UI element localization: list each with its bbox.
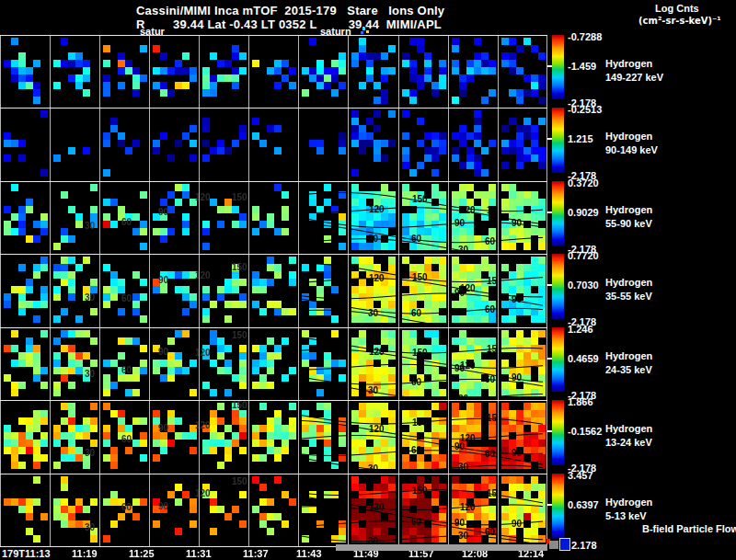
energy-range-label: 90-149 keV	[605, 145, 658, 155]
colorbar-max-label: 1.246	[568, 325, 593, 335]
blue-end-marker	[559, 538, 570, 551]
time-tick-label: 11:19	[72, 549, 98, 559]
colorbar-mid-label: 1.215	[568, 134, 593, 144]
colorbar-row-3	[552, 181, 564, 246]
species-label: Hydrogen	[605, 131, 652, 142]
species-label: Hydrogen	[605, 497, 652, 508]
colorbar-mid-label: 0.7030	[568, 280, 599, 291]
colorbar-max-label: -0.2513	[568, 105, 602, 115]
colorbar-mid-label: -1.459	[568, 62, 596, 72]
colorbar-row-5	[552, 327, 564, 392]
species-label: Hydrogen	[605, 278, 652, 288]
colorbar-mid-tick	[547, 65, 552, 67]
colorbar-max-label: 0.3720	[568, 178, 599, 189]
species-label: Hydrogen	[605, 424, 652, 434]
saturn-pixel-marker	[366, 30, 369, 33]
species-label: Hydrogen	[605, 205, 652, 215]
bottom-gray-bar	[336, 544, 547, 551]
colorbar-units-title: Log Cnts	[655, 4, 699, 14]
colorbar-min-label: 2.178	[571, 541, 597, 551]
instrument-display: Cassini/MIMI Inca mTOF 2015-179 Stare Io…	[0, 0, 736, 560]
species-label: Hydrogen	[605, 59, 652, 69]
colorbar-max-label: 1.866	[568, 397, 593, 407]
colorbar-mid-tick	[547, 211, 552, 213]
colorbar-mid-label: 0.4659	[568, 354, 599, 364]
colorbar-max-label: -0.7288	[568, 32, 602, 42]
energy-range-label: 35-55 keV	[605, 291, 652, 302]
species-label: Hydrogen	[605, 351, 652, 361]
colorbar-row-4	[552, 254, 564, 319]
colorbar-mid-label: 0.9029	[568, 208, 599, 218]
colorbar-max-label: 3.457	[568, 471, 593, 481]
time-tick-label: 11:37	[243, 549, 269, 559]
colorbar-mid-tick	[547, 430, 552, 432]
energy-range-label: 55-90 keV	[605, 219, 652, 229]
time-tick-label: 11:25	[129, 549, 155, 559]
colorbar-mid-tick	[547, 358, 552, 360]
saturn-pixel-marker	[362, 28, 365, 30]
energy-range-label: 24-35 keV	[605, 365, 652, 375]
gray-end-marker	[549, 541, 558, 549]
time-tick-label: 11:43	[296, 549, 322, 559]
colorbar-mid-tick	[547, 504, 552, 506]
time-tick-label: 179T11:13	[2, 549, 51, 559]
colorbar-row-2	[552, 108, 564, 173]
saturn-pixel-marker	[361, 31, 363, 34]
energy-range-label: 5-13 keV	[605, 511, 647, 521]
colorbar-row-1	[552, 35, 564, 99]
colorbar-row-7	[552, 474, 564, 538]
colorbar-mid-label: -0.1562	[568, 427, 602, 437]
spectrogram-grid-canvas	[0, 35, 547, 547]
colorbar-units-line: (cm²-sr-s-keV)⁻¹	[638, 16, 721, 26]
page-title: Cassini/MIMI Inca mTOF 2015-179 Stare Io…	[136, 4, 444, 17]
bfield-flow-label: B-field Particle Flow	[642, 524, 736, 534]
colorbar-max-label: 0.7720	[568, 251, 599, 261]
energy-range-label: 149-227 keV	[605, 73, 663, 83]
time-tick-label: 11:31	[186, 549, 212, 559]
colorbar-mid-tick	[547, 284, 552, 286]
colorbar-mid-tick	[547, 138, 552, 140]
colorbar-row-6	[552, 400, 564, 465]
colorbar-mid-label: 0.6397	[568, 500, 599, 510]
coordinates-line: R 39.44 Lat -0.43 LT 0352 L 39.44 MIMI/A…	[136, 17, 442, 31]
energy-range-label: 13-24 keV	[605, 438, 652, 448]
